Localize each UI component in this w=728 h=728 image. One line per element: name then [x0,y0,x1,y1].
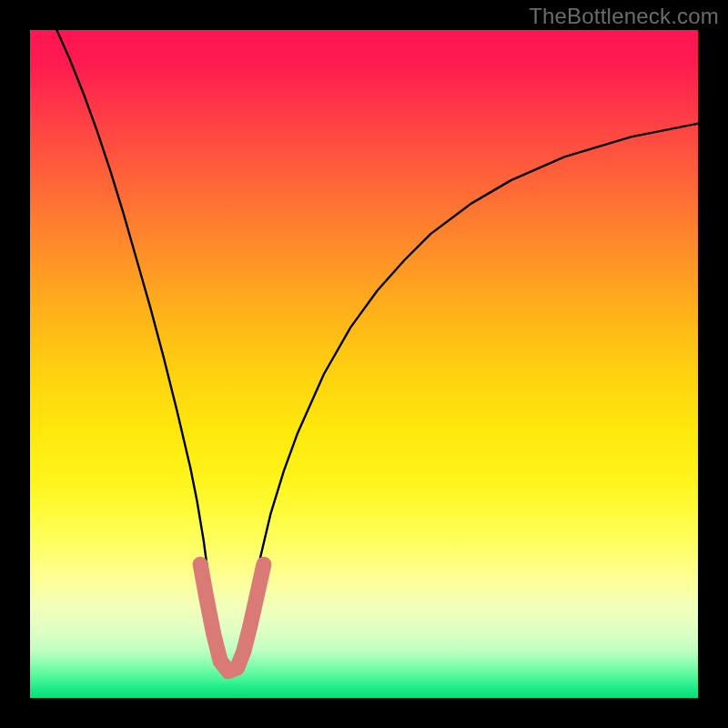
bottleneck-min-highlight [200,564,264,671]
bottleneck-curve [56,30,698,674]
watermark-text: TheBottleneck.com [529,4,719,29]
chart-container: TheBottleneck.com [0,0,728,728]
plot-area [30,30,698,698]
curve-layer [30,30,698,698]
